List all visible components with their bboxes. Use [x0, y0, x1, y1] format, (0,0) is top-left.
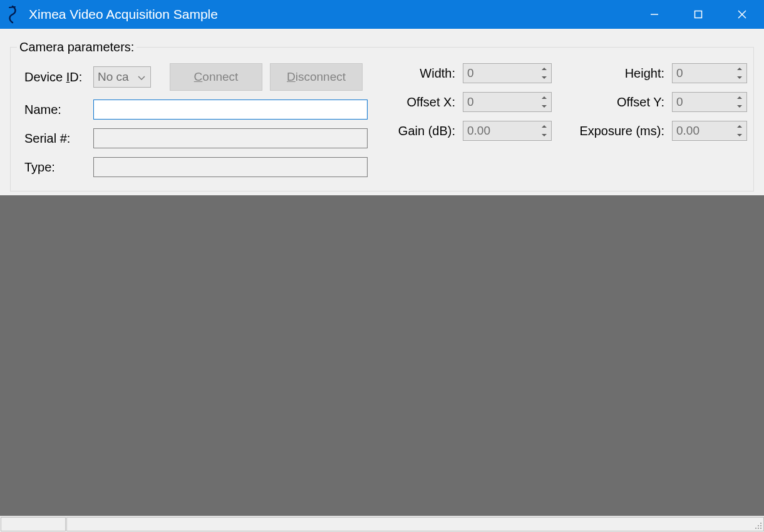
- offsety-spin-down[interactable]: [733, 102, 746, 111]
- device-id-combo-value: No ca: [98, 70, 129, 84]
- type-label: Type:: [17, 160, 86, 175]
- width-spin[interactable]: 0: [463, 63, 552, 83]
- serial-label: Serial #:: [17, 131, 86, 146]
- height-spin-up[interactable]: [733, 64, 746, 73]
- exposure-value: 0.00: [676, 124, 699, 138]
- offsety-value: 0: [676, 95, 683, 109]
- offsetx-spin-up[interactable]: [538, 93, 550, 102]
- resize-grip-icon[interactable]: [753, 521, 762, 529]
- offsetx-spin-down[interactable]: [538, 102, 550, 111]
- exposure-label: Exposure (ms):: [570, 124, 664, 138]
- offsety-label: Offset Y:: [570, 95, 664, 110]
- close-button[interactable]: [720, 0, 764, 29]
- gain-value: 0.00: [467, 124, 490, 138]
- height-value: 0: [676, 66, 683, 80]
- width-spin-up[interactable]: [538, 64, 550, 73]
- device-id-combo[interactable]: No ca: [93, 66, 151, 88]
- svg-point-5: [760, 523, 761, 524]
- chevron-down-icon: [138, 70, 145, 84]
- gain-spin[interactable]: 0.00: [463, 121, 552, 141]
- client-area: Camera parameters: Device ID: No ca: [0, 29, 764, 532]
- offsety-spin-up[interactable]: [733, 93, 746, 102]
- camera-parameters-group: Camera parameters: Device ID: No ca: [10, 40, 754, 192]
- offsetx-label: Offset X:: [386, 95, 455, 110]
- window-title: Ximea Video Acquisition Sample: [29, 7, 632, 22]
- window-controls: [632, 0, 764, 29]
- maximize-button[interactable]: [676, 0, 720, 29]
- serial-input[interactable]: [93, 128, 368, 148]
- exposure-spin[interactable]: 0.00: [672, 121, 747, 141]
- width-label: Width:: [386, 66, 455, 81]
- status-cell-1: [1, 517, 66, 531]
- exposure-spin-down[interactable]: [733, 131, 746, 140]
- exposure-spin-up[interactable]: [733, 122, 746, 131]
- svg-point-10: [760, 528, 761, 529]
- offsety-spin[interactable]: 0: [672, 92, 747, 112]
- svg-line-0: [9, 7, 15, 8]
- status-cell-2: [66, 517, 764, 531]
- app-icon: [6, 5, 20, 24]
- gain-label: Gain (dB):: [386, 124, 455, 138]
- gain-spin-down[interactable]: [538, 131, 550, 140]
- device-id-label: Device ID:: [17, 70, 86, 84]
- gain-spin-up[interactable]: [538, 122, 550, 131]
- height-spin[interactable]: 0: [672, 63, 747, 83]
- height-spin-down[interactable]: [733, 73, 746, 82]
- width-value: 0: [467, 66, 474, 80]
- connect-button[interactable]: Connect: [170, 63, 262, 91]
- video-preview: [0, 195, 764, 516]
- offsetx-spin[interactable]: 0: [463, 92, 552, 112]
- svg-point-7: [760, 525, 761, 526]
- parameters-panel: Camera parameters: Device ID: No ca: [0, 29, 764, 195]
- title-bar: Ximea Video Acquisition Sample: [0, 0, 764, 29]
- status-bar: [0, 516, 764, 532]
- name-input[interactable]: [93, 100, 368, 120]
- name-label: Name:: [17, 103, 86, 117]
- width-spin-down[interactable]: [538, 73, 550, 82]
- type-input[interactable]: [93, 157, 368, 177]
- svg-point-8: [755, 528, 756, 529]
- height-label: Height:: [570, 66, 664, 81]
- minimize-button[interactable]: [632, 0, 676, 29]
- svg-point-6: [758, 525, 759, 526]
- disconnect-button[interactable]: Disconnect: [270, 63, 363, 91]
- group-legend: Camera parameters:: [17, 40, 137, 54]
- svg-rect-2: [695, 11, 702, 18]
- offsetx-value: 0: [467, 95, 474, 109]
- svg-point-9: [758, 528, 759, 529]
